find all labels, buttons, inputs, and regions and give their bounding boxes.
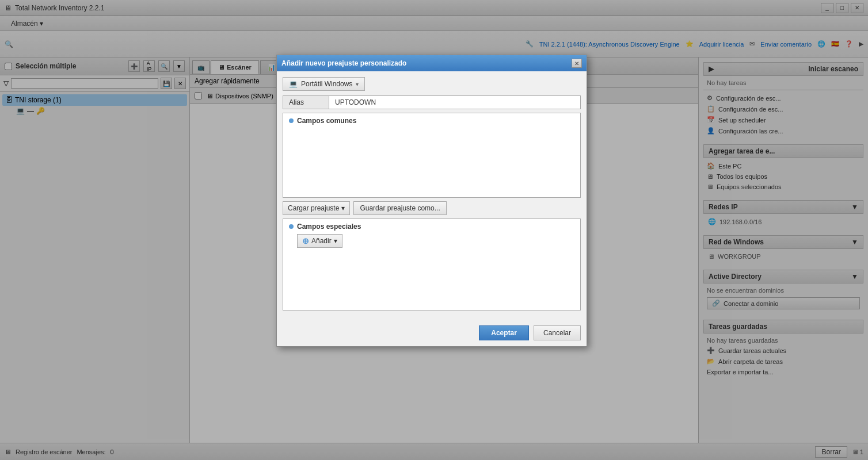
add-icon: ⊕ [302, 236, 309, 246]
device-type-label: Portátil Windows [301, 80, 352, 88]
campos-especiales-label: Campos especiales [297, 223, 361, 231]
device-type-button[interactable]: 💻 Portátil Windows ▾ [283, 77, 365, 91]
modal-overlay: Añadir nuevo preajuste personalizado ✕ 💻… [0, 0, 868, 460]
modal-body: 💻 Portátil Windows ▾ Alias UPTODOWN Camp… [277, 71, 587, 321]
accept-button[interactable]: Aceptar [479, 325, 529, 340]
campos-comunes-dot [289, 118, 294, 123]
campos-comunes-label: Campos comunes [297, 117, 356, 125]
anadir-button[interactable]: ⊕ Añadir ▾ [297, 234, 342, 248]
modal-close-button[interactable]: ✕ [572, 59, 582, 68]
device-dropdown-arrow: ▾ [356, 81, 359, 87]
campos-comunes-section: Campos comunes [283, 113, 581, 198]
cancel-button[interactable]: Cancelar [534, 325, 581, 340]
cargar-arrow: ▾ [341, 204, 345, 212]
device-type-row: 💻 Portátil Windows ▾ [283, 77, 581, 91]
alias-row: Alias UPTODOWN [283, 95, 581, 109]
campos-comunes-header: Campos comunes [283, 113, 580, 128]
campos-especiales-dot [289, 224, 294, 229]
alias-label: Alias [283, 96, 329, 109]
cargar-label: Cargar preajuste [288, 204, 339, 212]
modal-dialog: Añadir nuevo preajuste personalizado ✕ 💻… [276, 55, 587, 347]
modal-title-text: Añadir nuevo preajuste personalizado [281, 59, 406, 67]
campos-comunes-body [283, 128, 580, 197]
guardar-preajuste-button[interactable]: Guardar preajuste como... [353, 201, 446, 215]
alias-value: UPTODOWN [329, 96, 580, 109]
campos-especiales-section: Campos especiales ⊕ Añadir ▾ [283, 218, 581, 310]
modal-footer: Aceptar Cancelar [277, 321, 587, 346]
anadir-label: Añadir [311, 237, 332, 245]
cargar-preajuste-button[interactable]: Cargar preajuste ▾ [283, 201, 350, 215]
anadir-arrow: ▾ [334, 237, 337, 245]
anadir-container: ⊕ Añadir ▾ [283, 234, 580, 248]
preajuste-row: Cargar preajuste ▾ Guardar preajuste com… [283, 201, 581, 215]
modal-titlebar: Añadir nuevo preajuste personalizado ✕ [277, 55, 587, 71]
laptop-icon: 💻 [289, 80, 298, 88]
campos-especiales-header: Campos especiales [283, 219, 580, 234]
